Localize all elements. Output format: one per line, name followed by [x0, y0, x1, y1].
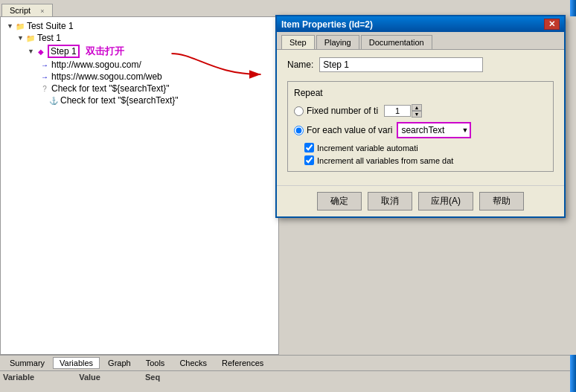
expand-icon[interactable]: ▼ [7, 22, 13, 30]
checkbox-row-1: Increment variable automati [304, 143, 547, 152]
tab-tools[interactable]: Tools [139, 357, 172, 369]
top-tabbar: Script × [0, 0, 576, 16]
tree-item-check1[interactable]: ? Check for text "${searchText}" [38, 83, 275, 94]
spinner-input[interactable] [384, 105, 411, 117]
fixed-radio[interactable] [294, 106, 304, 116]
var-select-wrapper: searchText [397, 122, 471, 138]
bottom-content: Variable Value Seq [0, 371, 576, 383]
tab-variables[interactable]: Variables [53, 357, 100, 369]
name-label: Name: [287, 60, 313, 70]
spinner: ▲ ▼ [384, 104, 422, 118]
left-panel: ▼ 📁 Test Suite 1 ▼ 📁 Test 1 ▼ ◆ Step 1 双… [0, 16, 279, 355]
variable-dropdown-wrap: searchText [397, 122, 471, 138]
increment-label: Increment variable automati [317, 144, 418, 152]
tree-item-https[interactable]: → https://www.sogou.com/web [38, 71, 275, 83]
col-seq: Seq [145, 373, 160, 382]
col-value: Value [79, 373, 100, 382]
tree-item-suite[interactable]: ▼ 📁 Test Suite 1 [7, 20, 275, 32]
check-icon-1: ? [39, 83, 50, 94]
spinner-up[interactable]: ▲ [412, 104, 422, 111]
top-tab-script[interactable]: Script × [1, 4, 53, 16]
check2-label: Check for text "${searchText}" [60, 95, 179, 106]
http-icon-1: → [39, 60, 50, 70]
test-folder-icon: 📁 [25, 33, 36, 43]
dialog-titlebar: Item Properties (Id=2) ✕ [277, 16, 564, 32]
tree-area: ▼ 📁 Test Suite 1 ▼ 📁 Test 1 ▼ ◆ Step 1 双… [1, 17, 278, 354]
spinner-down[interactable]: ▼ [412, 111, 422, 118]
ok-button[interactable]: 确定 [317, 192, 362, 211]
increment-checkbox[interactable] [304, 143, 314, 152]
name-input[interactable] [319, 57, 483, 72]
folder-icon: 📁 [15, 21, 25, 31]
tree-item-step1[interactable]: ▼ ◆ Step 1 双击打开 [28, 44, 275, 59]
cancel-button[interactable]: 取消 [368, 192, 412, 211]
increment-all-label: Increment all variables from same dat [317, 156, 453, 165]
bottom-bar: Summary Variables Graph Tools Checks Ref… [0, 355, 576, 392]
increment-all-checkbox[interactable] [304, 155, 314, 165]
check1-label: Check for text "${searchText}" [51, 83, 170, 94]
foreach-radio-label: For each value of vari [307, 125, 392, 135]
item-properties-dialog: Item Properties (Id=2) ✕ Step Playing Do… [275, 15, 566, 218]
step1-label: Step 1 [48, 45, 80, 58]
dialog-body: Name: Repeat Fixed number of ti ▲ ▼ [277, 50, 564, 185]
fixed-radio-row: Fixed number of ti ▲ ▼ [294, 104, 547, 118]
apply-button[interactable]: 应用(A) [418, 192, 473, 211]
fixed-radio-label: Fixed number of ti [307, 106, 378, 116]
tab-references[interactable]: References [215, 357, 270, 369]
main-window: Script × ▼ 📁 Test Suite 1 ▼ 📁 Test 1 [0, 0, 576, 392]
dialog-tab-documentation[interactable]: Documentation [361, 35, 432, 49]
dialog-close-button[interactable]: ✕ [544, 19, 560, 30]
http-icon-2: → [39, 71, 50, 82]
dialog-tab-playing[interactable]: Playing [316, 35, 359, 49]
spinner-buttons: ▲ ▼ [412, 104, 422, 118]
col-variable: Variable [3, 373, 34, 382]
repeat-section: Repeat Fixed number of ti ▲ ▼ [287, 81, 554, 172]
step-icon: ◆ [36, 46, 46, 57]
tab-summary[interactable]: Summary [3, 357, 51, 369]
close-icon[interactable]: × [40, 7, 44, 15]
repeat-label: Repeat [294, 88, 547, 98]
top-tab-label: Script [10, 6, 31, 15]
dialog-tab-step[interactable]: Step [281, 35, 315, 49]
https-label: https://www.sogou.com/web [51, 71, 162, 82]
http1-label: http://www.sogou.com/ [51, 60, 141, 70]
help-button[interactable]: 帮助 [479, 192, 524, 211]
suite-label: Test Suite 1 [27, 21, 74, 31]
dialog-footer: 确定 取消 应用(A) 帮助 [277, 185, 564, 216]
checkbox-row-2: Increment all variables from same dat [304, 155, 547, 165]
test-label: Test 1 [37, 33, 61, 43]
tree-item-check2[interactable]: ⚓ Check for text "${searchText}" [47, 94, 275, 106]
expand-icon-2[interactable]: ▼ [17, 34, 24, 42]
tree-item-test[interactable]: ▼ 📁 Test 1 [17, 32, 275, 44]
foreach-radio[interactable] [294, 126, 304, 135]
dialog-title: Item Properties (Id=2) [281, 19, 373, 30]
anchor-icon: ⚓ [48, 95, 59, 106]
foreach-radio-row: For each value of vari searchText [294, 122, 547, 138]
tab-graph[interactable]: Graph [101, 357, 138, 369]
tree-item-http1[interactable]: → http://www.sogou.com/ [38, 59, 275, 71]
dialog-tabs: Step Playing Documentation [277, 32, 564, 50]
bottom-tabs: Summary Variables Graph Tools Checks Ref… [0, 356, 576, 371]
variable-select[interactable]: searchText [397, 122, 471, 138]
name-row: Name: [287, 57, 554, 72]
annotation-text: 双击打开 [86, 45, 124, 58]
tab-checks[interactable]: Checks [173, 357, 214, 369]
expand-icon-3[interactable]: ▼ [28, 48, 34, 55]
